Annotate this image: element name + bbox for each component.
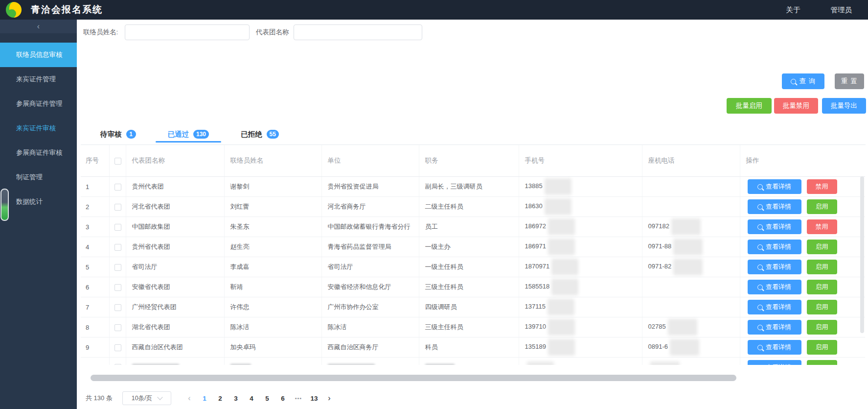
cell-mobile: 186971 (519, 237, 642, 257)
search-icon (757, 285, 763, 290)
row-checkbox[interactable] (114, 284, 121, 291)
row-index: 1 (81, 177, 109, 197)
search-icon (757, 325, 763, 330)
row-index: 6 (81, 277, 109, 297)
row-checkbox[interactable] (114, 304, 121, 311)
sidebar-item[interactable]: 数据统计 (0, 190, 77, 214)
prev-page-button[interactable]: ‹ (182, 394, 197, 403)
row-checkbox[interactable] (114, 264, 121, 271)
cell-contact: 谢黎剑 (224, 177, 321, 197)
toggle-enable-button[interactable]: 禁用 (807, 179, 837, 194)
cell-delegation: 贵州省代表团 (126, 237, 224, 257)
row-checkbox[interactable] (114, 244, 121, 251)
page-number[interactable]: 2 (213, 395, 228, 402)
batch-enable-button[interactable]: 批量启用 (727, 98, 772, 114)
reset-button[interactable]: 重 置 (835, 73, 864, 89)
next-page-button[interactable]: › (322, 394, 337, 403)
view-detail-button[interactable]: 查看详情 (748, 240, 801, 254)
page-number[interactable]: 6 (275, 395, 290, 402)
pagination: 共 130 条 10条/页 ‹ 1 2 3 4 5 6 (86, 391, 337, 405)
toggle-enable-button[interactable]: 启用 (807, 300, 837, 314)
cell-mobile: 186972 (519, 217, 642, 237)
toggle-enable-button[interactable] (807, 360, 837, 365)
batch-export-button[interactable]: 批量导出 (822, 98, 866, 114)
sidebar-collapse-button[interactable]: ‹ (0, 20, 77, 33)
search-icon (757, 365, 763, 365)
cell-unit: 省司法厅 (321, 257, 419, 277)
sidebar-item[interactable]: 来宾证件审核 (0, 116, 77, 141)
sidebar-item[interactable]: 来宾证件管理 (0, 67, 77, 92)
cell-unit: 中国邮政储蓄银行青海省分行 (321, 217, 419, 237)
cell-delegation: 西藏自治区代表团 (126, 337, 224, 358)
header-duty: 职务 (419, 145, 519, 177)
cell-contact: 陈冰洁 (224, 317, 321, 337)
cell-delegation: 湖北省代表团 (126, 317, 224, 337)
toggle-enable-button[interactable]: 启用 (807, 340, 837, 355)
tab-count-badge: 130 (193, 130, 209, 139)
cell-landline (642, 277, 740, 297)
sidebar-item[interactable]: 制证管理 (0, 165, 77, 190)
toggle-enable-button[interactable]: 启用 (807, 199, 837, 214)
cell-unit: 广州市协作办公室 (321, 297, 419, 317)
query-button[interactable]: 查 询 (782, 73, 824, 89)
search-icon (791, 79, 796, 84)
page-number[interactable]: 13 (307, 395, 321, 402)
page-number[interactable]: 3 (228, 395, 243, 402)
sidebar-item[interactable]: 参展商证件审核 (0, 141, 77, 165)
batch-disable-button[interactable]: 批量禁用 (774, 98, 818, 114)
view-detail-button[interactable]: 查看详情 (748, 199, 801, 214)
navbar-link[interactable]: 管理员 (831, 5, 852, 15)
vertical-scrollbar[interactable] (860, 176, 864, 333)
table-header-row: 序号 代表团名称 联络员姓名 单位 职务 手机号 座机电话 操作 (81, 145, 865, 177)
horizontal-scrollbar[interactable] (91, 375, 736, 381)
view-detail-button[interactable]: 查看详情 (748, 340, 801, 355)
table-row: 7 广州经贸代表团 许伟忠 广州市协作办公室 四级调研员 137115 (81, 297, 865, 317)
sidebar-item[interactable]: 参展商证件管理 (0, 92, 77, 116)
view-detail-button[interactable]: 查看详情 (748, 280, 801, 294)
row-checkbox[interactable] (114, 364, 121, 365)
row-checkbox[interactable] (114, 184, 121, 191)
row-checkbox[interactable] (114, 344, 121, 351)
contact-name-input[interactable] (125, 24, 250, 40)
view-detail-button[interactable]: 查看详情 (748, 320, 801, 335)
header-contact: 联络员姓名 (224, 145, 321, 177)
cell-contact: 加央卓玛 (224, 337, 321, 358)
row-checkbox[interactable] (114, 324, 121, 331)
toggle-enable-button[interactable]: 启用 (807, 260, 837, 274)
main-content: 联络员姓名: 代表团名称 查 询 重 置 批量启用 批量禁用 批量导出 待审核 … (77, 20, 868, 409)
table-row: 5 省司法厅 李成嘉 省司法厅 一级主任科员 1870971 0971-82 (81, 257, 865, 277)
delegation-name-label: 代表团名称 (256, 24, 289, 40)
page-size-select[interactable]: 10条/页 (122, 391, 171, 405)
clipped-row: 查看详情 (81, 358, 865, 365)
page-number[interactable]: 1 (197, 395, 212, 402)
row-actions: 查看详情 启用 (746, 320, 866, 335)
delegation-name-input[interactable] (294, 24, 422, 40)
view-detail-button[interactable]: 查看详情 (748, 300, 801, 314)
tab-count-badge: 55 (267, 130, 279, 139)
redacted-blur (551, 279, 578, 295)
sidebar-item[interactable]: 联络员信息审核 (0, 43, 77, 67)
select-all-checkbox[interactable] (114, 158, 121, 165)
view-detail-button[interactable]: 查看详情 (748, 260, 801, 274)
status-tab[interactable]: 已通过 130 (156, 126, 222, 142)
status-tab[interactable]: 已拒绝 55 (228, 126, 291, 142)
cell-duty: 科员 (419, 337, 519, 358)
row-checkbox[interactable] (114, 224, 121, 231)
toggle-enable-button[interactable]: 禁用 (807, 219, 837, 234)
cell-delegation: 安徽省代表团 (126, 277, 224, 297)
view-detail-button[interactable]: 查看详情 (748, 360, 801, 365)
toggle-enable-button[interactable]: 启用 (807, 280, 837, 294)
view-detail-button[interactable]: 查看详情 (748, 179, 801, 194)
toggle-enable-button[interactable]: 启用 (807, 320, 837, 335)
page-number[interactable]: 4 (244, 395, 259, 402)
table-row: 9 西藏自治区代表团 加央卓玛 西藏自治区商务厅 科员 135189 0891-… (81, 337, 865, 358)
page-number[interactable]: ••• (291, 395, 306, 401)
row-checkbox[interactable] (114, 204, 121, 211)
navbar-link[interactable]: 关于 (786, 5, 800, 15)
status-tab[interactable]: 待审核 1 (88, 126, 148, 142)
page-number[interactable]: 5 (260, 395, 274, 402)
table-row: 6 安徽省代表团 靳靖 安徽省经济和信息化厅 三级主任科员 1585518 (81, 277, 865, 297)
toggle-enable-button[interactable]: 启用 (807, 240, 837, 254)
view-detail-button[interactable]: 查看详情 (748, 219, 801, 234)
cell-unit: 陈冰洁 (321, 317, 419, 337)
